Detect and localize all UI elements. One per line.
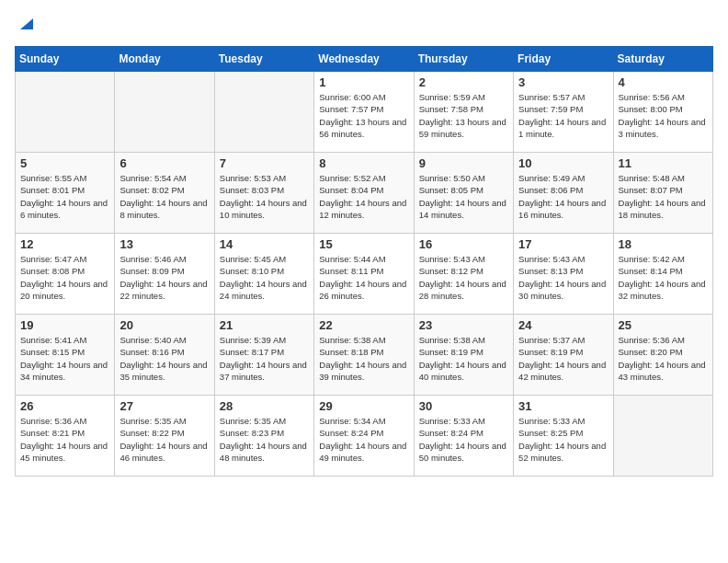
day-number: 20: [119, 318, 209, 332]
day-info: Sunrise: 5:38 AMSunset: 8:18 PMDaylight:…: [319, 334, 408, 383]
day-number: 25: [619, 318, 708, 332]
day-info: Sunrise: 5:56 AMSunset: 8:00 PMDaylight:…: [619, 91, 708, 140]
day-number: 9: [419, 156, 508, 170]
calendar-week: 1Sunrise: 6:00 AMSunset: 7:57 PMDaylight…: [16, 72, 713, 153]
day-header: Friday: [514, 47, 613, 72]
day-number: 4: [619, 75, 708, 89]
day-info: Sunrise: 5:42 AMSunset: 8:14 PMDaylight:…: [619, 253, 708, 302]
day-info: Sunrise: 5:54 AMSunset: 8:02 PMDaylight:…: [119, 172, 209, 221]
logo-icon: [17, 15, 33, 31]
day-header: Thursday: [414, 47, 513, 72]
day-header: Sunday: [16, 47, 115, 72]
day-number: 18: [619, 237, 708, 251]
day-number: 28: [220, 399, 309, 413]
calendar-cell: 30Sunrise: 5:33 AMSunset: 8:24 PMDayligh…: [414, 396, 513, 477]
day-info: Sunrise: 5:43 AMSunset: 8:12 PMDaylight:…: [419, 253, 508, 302]
day-number: 30: [419, 399, 508, 413]
day-info: Sunrise: 5:40 AMSunset: 8:16 PMDaylight:…: [119, 334, 209, 383]
day-info: Sunrise: 5:35 AMSunset: 8:22 PMDaylight:…: [119, 415, 209, 464]
calendar-cell: 31Sunrise: 5:33 AMSunset: 8:25 PMDayligh…: [514, 396, 613, 477]
calendar-week: 19Sunrise: 5:41 AMSunset: 8:15 PMDayligh…: [16, 315, 713, 396]
calendar-cell: 12Sunrise: 5:47 AMSunset: 8:08 PMDayligh…: [16, 234, 115, 315]
day-number: 7: [220, 156, 309, 170]
calendar-cell: 14Sunrise: 5:45 AMSunset: 8:10 PMDayligh…: [214, 234, 313, 315]
calendar-cell: 6Sunrise: 5:54 AMSunset: 8:02 PMDaylight…: [115, 153, 214, 234]
day-number: 1: [319, 75, 408, 89]
calendar-cell: 10Sunrise: 5:49 AMSunset: 8:06 PMDayligh…: [514, 153, 613, 234]
day-info: Sunrise: 5:33 AMSunset: 8:25 PMDaylight:…: [518, 415, 608, 464]
logo: [15, 15, 33, 35]
day-info: Sunrise: 5:47 AMSunset: 8:08 PMDaylight:…: [20, 253, 109, 302]
day-number: 8: [319, 156, 408, 170]
day-info: Sunrise: 5:43 AMSunset: 8:13 PMDaylight:…: [518, 253, 608, 302]
calendar-cell: 29Sunrise: 5:34 AMSunset: 8:24 PMDayligh…: [314, 396, 414, 477]
day-info: Sunrise: 6:00 AMSunset: 7:57 PMDaylight:…: [319, 91, 408, 140]
calendar-cell: 18Sunrise: 5:42 AMSunset: 8:14 PMDayligh…: [613, 234, 712, 315]
day-info: Sunrise: 5:59 AMSunset: 7:58 PMDaylight:…: [419, 91, 508, 140]
day-info: Sunrise: 5:45 AMSunset: 8:10 PMDaylight:…: [220, 253, 309, 302]
calendar-cell: 26Sunrise: 5:36 AMSunset: 8:21 PMDayligh…: [16, 396, 115, 477]
day-header: Wednesday: [314, 47, 414, 72]
calendar-cell: 17Sunrise: 5:43 AMSunset: 8:13 PMDayligh…: [514, 234, 613, 315]
calendar-cell: 20Sunrise: 5:40 AMSunset: 8:16 PMDayligh…: [115, 315, 214, 396]
day-info: Sunrise: 5:48 AMSunset: 8:07 PMDaylight:…: [619, 172, 708, 221]
day-number: 22: [319, 318, 408, 332]
day-number: 12: [20, 237, 109, 251]
day-info: Sunrise: 5:35 AMSunset: 8:23 PMDaylight:…: [220, 415, 309, 464]
day-info: Sunrise: 5:46 AMSunset: 8:09 PMDaylight:…: [119, 253, 209, 302]
calendar-cell: 23Sunrise: 5:38 AMSunset: 8:19 PMDayligh…: [414, 315, 513, 396]
day-number: 31: [518, 399, 608, 413]
calendar-cell: 27Sunrise: 5:35 AMSunset: 8:22 PMDayligh…: [115, 396, 214, 477]
day-number: 11: [619, 156, 708, 170]
calendar-cell: 3Sunrise: 5:57 AMSunset: 7:59 PMDaylight…: [514, 72, 613, 153]
day-info: Sunrise: 5:52 AMSunset: 8:04 PMDaylight:…: [319, 172, 408, 221]
day-header: Tuesday: [214, 47, 313, 72]
day-info: Sunrise: 5:39 AMSunset: 8:17 PMDaylight:…: [220, 334, 309, 383]
calendar-cell: 7Sunrise: 5:53 AMSunset: 8:03 PMDaylight…: [214, 153, 313, 234]
calendar-table: SundayMondayTuesdayWednesdayThursdayFrid…: [15, 46, 713, 477]
day-info: Sunrise: 5:49 AMSunset: 8:06 PMDaylight:…: [518, 172, 608, 221]
calendar-cell: 15Sunrise: 5:44 AMSunset: 8:11 PMDayligh…: [314, 234, 414, 315]
calendar-header: SundayMondayTuesdayWednesdayThursdayFrid…: [16, 47, 713, 72]
calendar-cell: [16, 72, 115, 153]
day-info: Sunrise: 5:36 AMSunset: 8:21 PMDaylight:…: [20, 415, 109, 464]
calendar-cell: 28Sunrise: 5:35 AMSunset: 8:23 PMDayligh…: [214, 396, 313, 477]
day-number: 6: [119, 156, 209, 170]
day-number: 17: [518, 237, 608, 251]
calendar-cell: 21Sunrise: 5:39 AMSunset: 8:17 PMDayligh…: [214, 315, 313, 396]
day-info: Sunrise: 5:36 AMSunset: 8:20 PMDaylight:…: [619, 334, 708, 383]
calendar-cell: 25Sunrise: 5:36 AMSunset: 8:20 PMDayligh…: [613, 315, 712, 396]
day-info: Sunrise: 5:44 AMSunset: 8:11 PMDaylight:…: [319, 253, 408, 302]
day-info: Sunrise: 5:37 AMSunset: 8:19 PMDaylight:…: [518, 334, 608, 383]
day-number: 13: [119, 237, 209, 251]
calendar-cell: 16Sunrise: 5:43 AMSunset: 8:12 PMDayligh…: [414, 234, 513, 315]
day-number: 3: [518, 75, 608, 89]
day-header: Monday: [115, 47, 214, 72]
day-number: 15: [319, 237, 408, 251]
calendar-week: 5Sunrise: 5:55 AMSunset: 8:01 PMDaylight…: [16, 153, 713, 234]
day-info: Sunrise: 5:55 AMSunset: 8:01 PMDaylight:…: [20, 172, 109, 221]
day-header: Saturday: [613, 47, 712, 72]
calendar-cell: 22Sunrise: 5:38 AMSunset: 8:18 PMDayligh…: [314, 315, 414, 396]
day-info: Sunrise: 5:53 AMSunset: 8:03 PMDaylight:…: [220, 172, 309, 221]
calendar-cell: 9Sunrise: 5:50 AMSunset: 8:05 PMDaylight…: [414, 153, 513, 234]
calendar-week: 12Sunrise: 5:47 AMSunset: 8:08 PMDayligh…: [16, 234, 713, 315]
day-number: 16: [419, 237, 508, 251]
calendar-cell: 11Sunrise: 5:48 AMSunset: 8:07 PMDayligh…: [613, 153, 712, 234]
day-number: 10: [518, 156, 608, 170]
svg-marker-0: [20, 18, 33, 29]
calendar-cell: 1Sunrise: 6:00 AMSunset: 7:57 PMDaylight…: [314, 72, 414, 153]
day-number: 2: [419, 75, 508, 89]
calendar-cell: [214, 72, 313, 153]
calendar-week: 26Sunrise: 5:36 AMSunset: 8:21 PMDayligh…: [16, 396, 713, 477]
calendar-cell: 8Sunrise: 5:52 AMSunset: 8:04 PMDaylight…: [314, 153, 414, 234]
calendar-cell: [115, 72, 214, 153]
header: [15, 15, 713, 35]
day-info: Sunrise: 5:38 AMSunset: 8:19 PMDaylight:…: [419, 334, 508, 383]
day-number: 19: [20, 318, 109, 332]
day-info: Sunrise: 5:50 AMSunset: 8:05 PMDaylight:…: [419, 172, 508, 221]
day-number: 24: [518, 318, 608, 332]
day-info: Sunrise: 5:33 AMSunset: 8:24 PMDaylight:…: [419, 415, 508, 464]
day-number: 21: [220, 318, 309, 332]
calendar-cell: 4Sunrise: 5:56 AMSunset: 8:00 PMDaylight…: [613, 72, 712, 153]
